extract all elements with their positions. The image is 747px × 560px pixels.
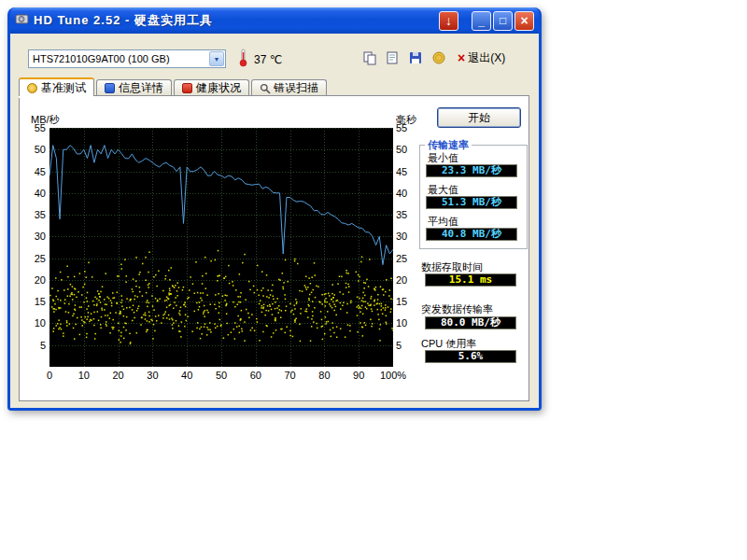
tab-health[interactable]: 健康状况 <box>174 79 249 96</box>
client-area: HTS721010G9AT00 (100 GB) ▼ 37 ℃ × 退出(X) <box>10 34 539 408</box>
y-axis-right: 555045403530252015105 <box>396 128 420 367</box>
titlebar-buttons: ↓ _ □ × <box>437 11 534 31</box>
download-button[interactable]: ↓ <box>439 11 458 31</box>
avg-label: 平均值 <box>428 215 458 229</box>
y-tick-label: 20 <box>396 274 420 286</box>
close-button[interactable]: × <box>514 11 534 31</box>
y-tick-label: 10 <box>396 317 420 329</box>
min-value: 23.3 MB/秒 <box>426 164 517 177</box>
tab-error-scan[interactable]: 错误扫描 <box>251 79 327 96</box>
save-icon <box>408 50 423 65</box>
max-label: 最大值 <box>428 183 458 197</box>
burst-rate-value: 80.0 MB/秒 <box>425 316 516 329</box>
access-time-label: 数据存取时间 <box>421 260 483 274</box>
copy-screenshot-button[interactable] <box>359 49 380 67</box>
y-tick-label: 50 <box>20 144 46 155</box>
copy-screenshot-icon <box>362 50 377 65</box>
y-tick-label: 15 <box>396 296 420 307</box>
y-tick-label: 25 <box>396 253 420 264</box>
x-tick-label: 10 <box>78 370 90 381</box>
desktop: HD Tune 2.52 - 硬盘实用工具 ↓ _ □ × HTS721010G… <box>0 0 747 560</box>
start-button[interactable]: 开始 <box>437 107 521 128</box>
transfer-rate-group: 传输速率 最小值 23.3 MB/秒 最大值 51.3 MB/秒 平均值 40.… <box>419 145 528 249</box>
options-icon <box>431 50 446 65</box>
y-tick-label: 55 <box>20 122 46 133</box>
dropdown-arrow-icon[interactable]: ▼ <box>209 51 224 66</box>
exit-label: 退出(X) <box>468 50 505 66</box>
save-screenshot-button[interactable] <box>405 49 426 67</box>
y-tick-label: 25 <box>20 253 46 264</box>
tab-label: 错误扫描 <box>274 80 318 96</box>
y-tick-label: 30 <box>20 231 46 242</box>
app-icon <box>15 12 29 30</box>
access-time-value: 15.1 ms <box>425 273 516 287</box>
y-tick-label: 10 <box>20 317 46 329</box>
copy-text-icon <box>385 50 400 65</box>
minimize-button[interactable]: _ <box>472 11 491 31</box>
y-axis-left: 555045403530252015105 <box>20 128 46 367</box>
avg-value: 40.8 MB/秒 <box>426 228 517 241</box>
x-tick-label: 50 <box>216 370 227 381</box>
options-button[interactable] <box>429 49 449 67</box>
thermometer-icon <box>238 48 248 72</box>
y-tick-label: 40 <box>20 188 46 199</box>
health-tab-icon <box>182 83 192 93</box>
exit-button[interactable]: × 退出(X) <box>458 49 505 67</box>
titlebar[interactable]: HD Tune 2.52 - 硬盘实用工具 ↓ _ □ × <box>10 7 539 34</box>
y-tick-label: 45 <box>396 166 420 177</box>
cpu-usage-label: CPU 使用率 <box>421 337 476 351</box>
tab-label: 信息详情 <box>119 80 163 96</box>
chart-plot <box>49 128 393 367</box>
y-tick-label: 20 <box>20 274 46 286</box>
x-tick-label: 20 <box>112 370 123 381</box>
tab-label: 基准测试 <box>41 80 86 96</box>
benchmark-tab-page: MB/秒 毫秒 555045403530252015105 5550454035… <box>19 95 529 401</box>
x-tick-label: 90 <box>353 370 364 381</box>
y-tick-label: 50 <box>396 144 420 155</box>
y-tick-label: 30 <box>396 231 420 242</box>
x-axis: 0102030405060708090100% <box>49 370 393 383</box>
transfer-rate-legend: 传输速率 <box>425 138 472 152</box>
tab-label: 健康状况 <box>196 80 241 96</box>
magnifier-icon <box>260 83 270 93</box>
tab-bar: 基准测试 信息详情 健康状况 错误扫描 <box>19 77 329 96</box>
min-label: 最小值 <box>428 151 458 165</box>
exit-x-icon: × <box>458 51 465 64</box>
x-tick-label: 0 <box>47 370 52 381</box>
y-tick-label: 35 <box>396 209 420 220</box>
hd-tune-window: HD Tune 2.52 - 硬盘实用工具 ↓ _ □ × HTS721010G… <box>7 7 542 411</box>
x-tick-label: 100% <box>380 370 406 381</box>
y-tick-label: 55 <box>396 122 420 133</box>
window-title: HD Tune 2.52 - 硬盘实用工具 <box>34 12 437 29</box>
maximize-button[interactable]: □ <box>493 11 513 31</box>
y-tick-label: 35 <box>20 209 46 220</box>
tab-info[interactable]: 信息详情 <box>96 79 172 96</box>
y-tick-label: 15 <box>20 296 46 307</box>
y-tick-label: 5 <box>396 340 420 351</box>
info-tab-icon <box>105 83 115 93</box>
x-tick-label: 70 <box>284 370 295 381</box>
max-value: 51.3 MB/秒 <box>426 196 517 209</box>
temperature-label: 37 ℃ <box>254 53 282 66</box>
y-tick-label: 5 <box>20 340 46 351</box>
y-tick-label: 40 <box>396 188 420 199</box>
y-tick-label: 45 <box>20 166 46 177</box>
x-tick-label: 80 <box>318 370 330 381</box>
copy-text-button[interactable] <box>382 49 402 67</box>
x-tick-label: 60 <box>250 370 261 381</box>
tab-benchmark[interactable]: 基准测试 <box>19 77 94 96</box>
benchmark-chart-canvas <box>49 128 393 367</box>
x-tick-label: 30 <box>147 370 158 381</box>
drive-select[interactable]: HTS721010G9AT00 (100 GB) ▼ <box>28 49 226 68</box>
benchmark-tab-icon <box>27 83 37 93</box>
cpu-usage-value: 5.6% <box>425 350 516 363</box>
drive-select-value: HTS721010G9AT00 (100 GB) <box>29 53 208 64</box>
x-tick-label: 40 <box>181 370 192 381</box>
burst-rate-label: 突发数据传输率 <box>421 302 493 316</box>
